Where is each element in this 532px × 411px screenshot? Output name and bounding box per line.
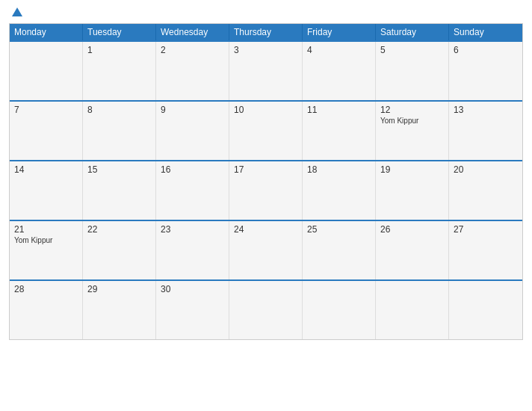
calendar-grid: MondayTuesdayWednesdayThursdayFridaySatu…	[9, 23, 523, 340]
day-number: 21	[14, 224, 78, 235]
day-number: 24	[234, 224, 297, 235]
day-cell: 6	[449, 42, 522, 100]
day-cell: 28	[10, 281, 83, 339]
day-number: 27	[454, 224, 518, 235]
week-row-5: 282930	[10, 279, 522, 340]
day-number: 3	[234, 45, 297, 55]
day-cell: 5	[376, 42, 449, 100]
day-cell: 13	[449, 102, 522, 160]
day-cell: 3	[229, 42, 303, 100]
week-row-2: 789101112Yom Kippur13	[10, 100, 522, 160]
day-cell: 25	[303, 221, 376, 279]
week-row-4: 21Yom Kippur222324252627	[10, 220, 522, 279]
day-cell: 29	[83, 281, 156, 339]
day-cell: 7	[10, 102, 83, 160]
day-number: 12	[380, 105, 444, 115]
day-number: 15	[87, 164, 151, 175]
day-number: 19	[380, 164, 444, 175]
calendar-header	[9, 7, 523, 17]
day-cell: 17	[229, 161, 303, 220]
week-row-1: 123456	[10, 40, 522, 100]
day-number: 18	[307, 164, 371, 175]
day-cell: 11	[303, 102, 376, 160]
day-number: 25	[307, 224, 371, 235]
day-event: Yom Kippur	[14, 236, 78, 244]
day-number: 8	[87, 105, 151, 115]
day-cell: 15	[83, 161, 156, 220]
day-number: 23	[161, 224, 224, 235]
day-number: 11	[307, 105, 371, 115]
day-cell: 20	[449, 161, 522, 220]
day-number: 26	[380, 224, 444, 235]
day-number: 13	[454, 105, 518, 115]
day-cell: 2	[156, 42, 229, 100]
day-number: 30	[161, 284, 224, 294]
day-cell: 4	[303, 42, 376, 100]
calendar-container: MondayTuesdayWednesdayThursdayFridaySatu…	[0, 0, 532, 411]
day-cell: 21Yom Kippur	[10, 221, 83, 279]
day-cell	[303, 281, 376, 339]
day-number: 9	[161, 105, 224, 115]
day-header-sunday: Sunday	[449, 24, 522, 40]
day-cell: 12Yom Kippur	[376, 102, 449, 160]
day-headers: MondayTuesdayWednesdayThursdayFridaySatu…	[10, 24, 522, 40]
day-cell	[449, 281, 522, 339]
day-event: Yom Kippur	[380, 117, 444, 125]
day-cell: 19	[376, 161, 449, 220]
logo-blue-row	[9, 7, 22, 17]
logo	[9, 7, 84, 17]
day-cell	[376, 281, 449, 339]
day-cell: 30	[156, 281, 229, 339]
day-number: 4	[307, 45, 371, 55]
week-row-3: 14151617181920	[10, 160, 522, 220]
day-cell: 8	[83, 102, 156, 160]
day-cell: 16	[156, 161, 229, 220]
day-cell	[229, 281, 303, 339]
day-cell	[10, 42, 83, 100]
day-number: 10	[234, 105, 297, 115]
day-cell: 26	[376, 221, 449, 279]
day-header-wednesday: Wednesday	[156, 24, 229, 40]
day-cell: 1	[83, 42, 156, 100]
day-number: 28	[14, 284, 78, 294]
day-number: 22	[87, 224, 151, 235]
day-header-monday: Monday	[10, 24, 83, 40]
day-number: 7	[14, 105, 78, 115]
day-cell: 23	[156, 221, 229, 279]
day-cell: 22	[83, 221, 156, 279]
day-header-saturday: Saturday	[376, 24, 449, 40]
day-number: 1	[87, 45, 151, 55]
day-number: 29	[87, 284, 151, 294]
day-number: 2	[161, 45, 224, 55]
day-number: 14	[14, 164, 78, 175]
day-cell: 27	[449, 221, 522, 279]
day-number: 20	[454, 164, 518, 175]
day-number: 16	[161, 164, 224, 175]
day-number: 6	[454, 45, 518, 55]
day-number: 5	[380, 45, 444, 55]
day-header-friday: Friday	[303, 24, 376, 40]
day-header-thursday: Thursday	[229, 24, 303, 40]
day-cell: 18	[303, 161, 376, 220]
day-cell: 10	[229, 102, 303, 160]
day-header-tuesday: Tuesday	[83, 24, 156, 40]
day-cell: 14	[10, 161, 83, 220]
day-number: 17	[234, 164, 297, 175]
logo-triangle-icon	[12, 7, 22, 16]
day-cell: 9	[156, 102, 229, 160]
weeks: 123456789101112Yom Kippur131415161718192…	[10, 40, 522, 340]
day-cell: 24	[229, 221, 303, 279]
